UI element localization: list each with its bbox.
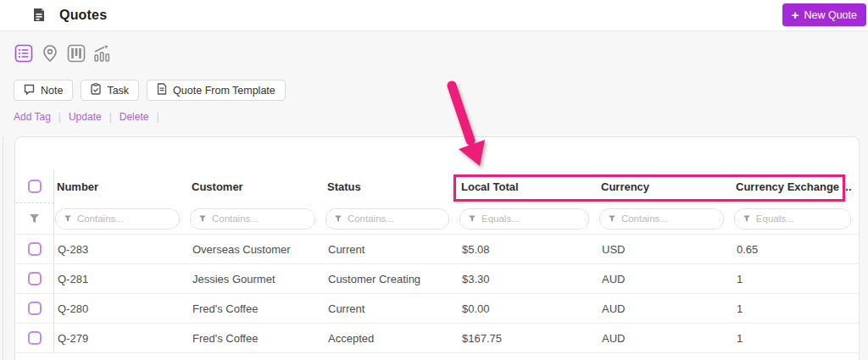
view-switcher (14, 43, 113, 64)
funnel-icon (199, 215, 206, 222)
filter-input-exchange[interactable] (756, 213, 842, 224)
table-end-divider (15, 352, 859, 353)
cell-local_total: $167.75 (459, 332, 598, 345)
plus-icon: + (792, 8, 799, 21)
filter-cell-status (325, 208, 459, 230)
kanban-view-icon[interactable] (66, 43, 86, 64)
table-header-row: NumberCustomerStatusLocal TotalCurrencyC… (15, 169, 859, 203)
cell-status: Customer Creating (325, 273, 459, 285)
topbar: Quotes + New Quote (0, 0, 868, 31)
row-checkbox[interactable] (28, 331, 42, 345)
column-header-customer[interactable]: Customer (189, 180, 325, 193)
cell-local_total: $5.08 (459, 243, 598, 256)
filter-input-local_total[interactable] (481, 213, 580, 224)
link-separator: | (58, 111, 61, 123)
cell-local_total: $0.00 (459, 302, 598, 315)
task-label: Task (107, 85, 129, 97)
column-header-currency[interactable]: Currency (598, 180, 733, 193)
link-separator: | (109, 111, 112, 123)
update-link[interactable]: Update (69, 111, 102, 123)
table-row[interactable]: Q-279Fred's CoffeeAccepted$167.75AUD1 (15, 323, 859, 352)
column-header-status[interactable]: Status (325, 180, 459, 193)
column-header-number[interactable]: Number (54, 180, 189, 193)
filter-input-status[interactable] (348, 213, 440, 224)
action-bar: Note Task Quote From Template (14, 80, 286, 101)
quotes-doc-icon (32, 8, 46, 26)
link-bar: Add Tag | Update | Delete | (14, 111, 167, 123)
new-quote-button[interactable]: + New Quote (782, 3, 866, 26)
select-all-checkbox[interactable] (28, 180, 42, 193)
filter-input-currency[interactable] (621, 213, 715, 224)
note-icon (24, 84, 35, 97)
funnel-icon (335, 215, 342, 222)
row-checkbox-cell (15, 324, 54, 352)
column-header-exchange[interactable]: Currency Exchange ... (733, 180, 860, 193)
cell-currency: AUD (598, 302, 733, 315)
link-separator: | (156, 111, 159, 123)
row-checkbox-cell (15, 264, 54, 293)
cell-exchange: 1 (733, 332, 860, 345)
column-header-local_total[interactable]: Local Total (459, 180, 598, 193)
task-icon (91, 83, 101, 97)
filter-cell-local_total (459, 208, 598, 230)
cell-currency: USD (598, 243, 733, 256)
filter-input-customer[interactable] (212, 213, 306, 224)
filter-cell-exchange (733, 208, 860, 230)
list-view-icon[interactable] (14, 43, 34, 64)
table-row[interactable]: Q-281Jessies GourmetCustomer Creating$3.… (15, 263, 859, 293)
quotes-table-card: NumberCustomerStatusLocal TotalCurrencyC… (14, 136, 860, 360)
row-checkbox[interactable] (28, 242, 42, 256)
chart-view-icon[interactable] (92, 43, 113, 64)
funnel-icon (64, 215, 71, 222)
filter-row (15, 203, 859, 234)
funnel-icon (469, 215, 476, 222)
row-checkbox-cell (15, 235, 54, 263)
cell-status: Accepted (325, 332, 459, 345)
note-label: Note (41, 85, 63, 97)
page-title: Quotes (59, 8, 107, 23)
cell-currency: AUD (598, 273, 733, 285)
template-doc-icon (157, 83, 167, 97)
row-checkbox[interactable] (28, 272, 42, 285)
filter-cell-currency (598, 208, 733, 230)
note-button[interactable]: Note (14, 80, 73, 101)
cell-exchange: 1 (733, 273, 860, 285)
cell-number: Q-280 (54, 302, 189, 315)
cell-customer: Jessies Gourmet (189, 273, 325, 285)
page-left-border (3, 136, 3, 360)
map-view-icon[interactable] (40, 43, 60, 64)
select-all-cell (15, 169, 54, 203)
cell-status: Current (325, 243, 459, 256)
new-quote-label: New Quote (804, 9, 857, 21)
cell-customer: Overseas Customer (189, 243, 325, 256)
cell-currency: AUD (598, 332, 733, 345)
quote-from-template-button[interactable]: Quote From Template (147, 80, 286, 101)
funnel-icon (30, 214, 39, 223)
cell-number: Q-283 (54, 243, 189, 256)
add-tag-link[interactable]: Add Tag (14, 111, 51, 123)
filter-cell-number (54, 208, 189, 230)
table-row[interactable]: Q-280Fred's CoffeeCurrent$0.00AUD1 (15, 293, 859, 323)
filter-cell-customer (189, 208, 325, 230)
cell-customer: Fred's Coffee (189, 302, 325, 315)
cell-number: Q-281 (54, 273, 189, 285)
cell-status: Current (325, 302, 459, 315)
card-top-spacer (15, 137, 859, 169)
funnel-icon (743, 215, 750, 222)
filter-input-number[interactable] (77, 213, 170, 224)
task-button[interactable]: Task (81, 80, 139, 101)
table-row[interactable]: Q-283Overseas CustomerCurrent$5.08USD0.6… (15, 234, 859, 263)
row-checkbox-cell (15, 294, 54, 323)
cell-number: Q-279 (54, 332, 189, 345)
funnel-icon (609, 215, 615, 222)
table-body: Q-283Overseas CustomerCurrent$5.08USD0.6… (15, 234, 859, 352)
cell-customer: Fred's Coffee (189, 332, 325, 345)
cell-local_total: $3.30 (459, 273, 598, 285)
row-checkbox[interactable] (28, 302, 42, 315)
cell-exchange: 0.65 (733, 243, 860, 256)
filter-funnel-cell[interactable] (15, 203, 54, 234)
delete-link[interactable]: Delete (120, 111, 149, 123)
cell-exchange: 1 (733, 302, 860, 315)
quote-from-template-label: Quote From Template (173, 85, 275, 97)
